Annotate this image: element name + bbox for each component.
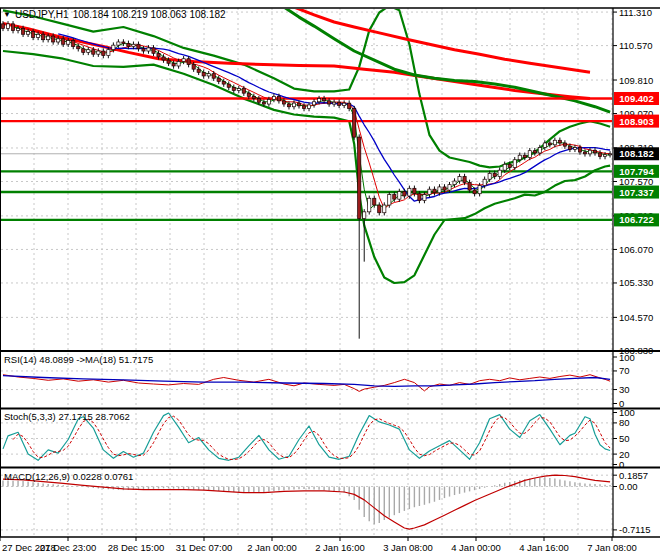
- candle-body: [322, 99, 325, 101]
- candle-body: [588, 150, 591, 154]
- candle-body: [493, 173, 496, 176]
- candle-body: [117, 42, 120, 45]
- candle-body: [177, 61, 180, 66]
- candle-body: [267, 100, 270, 105]
- price-badge-support-text: 107.337: [619, 187, 653, 198]
- candle-body: [62, 39, 65, 44]
- candle-body: [328, 101, 331, 104]
- candle-body: [408, 188, 411, 196]
- candle-body: [548, 143, 551, 145]
- candle-body: [252, 96, 255, 98]
- candle-body: [202, 72, 205, 76]
- rsi-scale-label: 70: [619, 365, 630, 376]
- stoch-scale-label: 0: [619, 459, 624, 470]
- macd-scale-label: 0.00: [619, 481, 638, 492]
- chart-canvas[interactable]: 111.310110.570109.810109.070108.310107.5…: [0, 0, 660, 560]
- candle-body: [538, 148, 541, 153]
- candle-body: [147, 48, 150, 51]
- candle-body: [353, 109, 356, 138]
- candle-body: [217, 78, 220, 81]
- candle-body: [247, 93, 250, 96]
- candle-body: [182, 59, 185, 62]
- candle-body: [212, 74, 215, 79]
- price-tick-label: 111.310: [619, 7, 652, 18]
- candle-body: [423, 195, 426, 201]
- candle-body: [167, 60, 170, 63]
- candle-body: [503, 164, 506, 170]
- time-tick-label: 4 Jan 00:00: [451, 542, 501, 553]
- candle-body: [282, 101, 285, 104]
- stoch-scale-label: 50: [619, 433, 630, 444]
- time-tick-label: 27 Dec 23:00: [40, 542, 97, 553]
- candle-body: [107, 50, 110, 56]
- candle-body: [578, 148, 581, 153]
- candle-body: [312, 102, 315, 105]
- candle-body: [443, 187, 446, 190]
- candle-body: [227, 84, 230, 87]
- candle-body: [448, 185, 451, 190]
- candle-body: [67, 41, 70, 45]
- candle-body: [523, 155, 526, 157]
- candle-body: [453, 181, 456, 185]
- price-tick-label: 104.570: [619, 312, 653, 323]
- bollinger-lower-line: [3, 51, 610, 283]
- candle-body: [87, 50, 90, 53]
- candle-body: [162, 57, 165, 60]
- candle-body: [157, 53, 160, 57]
- slow-ma-red-2: [3, 23, 590, 98]
- candle-body: [132, 44, 135, 46]
- candle-body: [473, 190, 476, 194]
- macd-signal-line: [3, 475, 610, 529]
- candle-body: [513, 160, 516, 168]
- candle-body: [343, 103, 346, 105]
- candle-body: [16, 28, 19, 30]
- candle-body: [11, 24, 14, 31]
- candle-body: [603, 155, 606, 157]
- candle-body: [297, 103, 300, 106]
- candle-body: [563, 143, 566, 146]
- candle-body: [398, 191, 401, 199]
- candle-body: [6, 24, 9, 29]
- candle-body: [21, 28, 24, 34]
- price-badge-support-text: 106.722: [619, 214, 653, 225]
- candle-body: [438, 187, 441, 193]
- price-badge-support-text: 107.794: [619, 166, 654, 177]
- candle-body: [287, 104, 290, 107]
- candle-body: [433, 189, 436, 193]
- candle-body: [97, 51, 100, 54]
- rsi-scale-label: 30: [619, 384, 630, 395]
- candle-body: [413, 188, 416, 193]
- candle-body: [92, 50, 95, 55]
- candle-body: [463, 177, 466, 183]
- candle-body: [42, 34, 45, 39]
- candle-body: [558, 140, 561, 143]
- candle-body: [47, 36, 50, 40]
- candle-body: [568, 146, 571, 149]
- price-tick-label: 110.570: [619, 40, 653, 51]
- candle-body: [348, 103, 351, 108]
- candle-body: [363, 212, 366, 219]
- candle-body: [52, 36, 55, 42]
- candle-body: [77, 47, 80, 49]
- candle-body: [242, 89, 245, 94]
- candle-body: [468, 182, 471, 190]
- dropdown-arrow-icon[interactable]: ▼: [3, 10, 11, 20]
- candle-body: [122, 42, 125, 43]
- candle-body: [102, 51, 105, 56]
- candle-body: [112, 45, 115, 50]
- candle-body: [57, 39, 60, 42]
- price-tick-label: 109.810: [619, 75, 653, 86]
- candle-body: [72, 41, 75, 47]
- stoch-scale-label: 100: [619, 407, 635, 418]
- bollinger-upper-line: [3, 6, 610, 168]
- candle-body: [207, 74, 210, 76]
- candle-body: [383, 205, 386, 213]
- price-tick-label: 105.330: [619, 277, 653, 288]
- candle-body: [82, 49, 85, 53]
- candle-body: [37, 34, 40, 37]
- candle-body: [32, 32, 35, 38]
- candle-body: [553, 140, 556, 145]
- candle-body: [222, 81, 225, 84]
- candle-body: [26, 32, 29, 35]
- candle-body: [458, 177, 461, 182]
